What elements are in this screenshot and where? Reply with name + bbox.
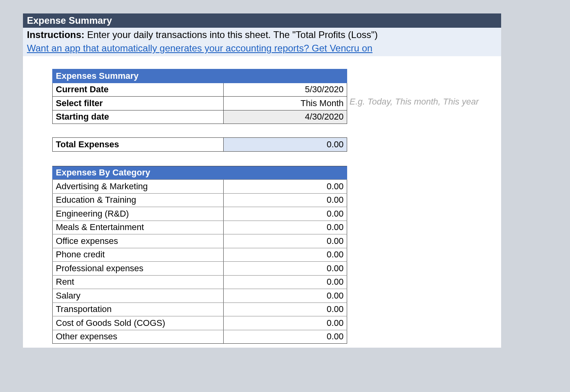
category-label: Transportation: [53, 303, 224, 316]
expenses-summary-header[interactable]: Expenses Summary: [53, 69, 347, 83]
select-filter-value[interactable]: This Month: [224, 97, 347, 110]
category-value[interactable]: 0.00: [224, 275, 347, 289]
category-label: Other expenses: [53, 330, 224, 344]
sheet-title-row[interactable]: Expense Summary: [23, 13, 501, 28]
table-row[interactable]: Phone credit 0.00: [53, 248, 347, 262]
category-label: Education & Training: [53, 193, 224, 207]
category-label: Advertising & Marketing: [53, 180, 224, 194]
category-value[interactable]: 0.00: [224, 330, 347, 344]
category-label: Phone credit: [53, 248, 224, 262]
category-label: Office expenses: [53, 234, 224, 248]
filter-hint: E.g. Today, This month, This year: [347, 97, 479, 107]
filter-hint-column: E.g. Today, This month, This year: [347, 69, 479, 107]
category-value[interactable]: 0.00: [224, 234, 347, 248]
row-guides: [21, 56, 23, 348]
instructions-row[interactable]: Instructions: Enter your daily transacti…: [23, 28, 501, 42]
expenses-by-category-table: Expenses By Category Advertising & Marke…: [52, 166, 347, 344]
category-value[interactable]: 0.00: [224, 180, 347, 194]
instructions-label: Instructions:: [27, 29, 84, 40]
table-row[interactable]: Rent 0.00: [53, 275, 347, 289]
table-row[interactable]: Engineering (R&D) 0.00: [53, 207, 347, 221]
category-label: Engineering (R&D): [53, 207, 224, 221]
category-value[interactable]: 0.00: [224, 248, 347, 262]
expenses-by-category-header[interactable]: Expenses By Category: [53, 166, 347, 180]
category-label: Salary: [53, 289, 224, 303]
category-value[interactable]: 0.00: [224, 303, 347, 316]
starting-date-label: Starting date: [53, 110, 224, 124]
promo-link-row[interactable]: Want an app that automatically generates…: [23, 42, 501, 56]
category-value[interactable]: 0.00: [224, 207, 347, 221]
category-label: Professional expenses: [53, 262, 224, 276]
category-label: Meals & Entertainment: [53, 221, 224, 234]
expenses-summary-table: Expenses Summary Current Date 5/30/2020 …: [52, 69, 347, 124]
category-value[interactable]: 0.00: [224, 289, 347, 303]
table-row[interactable]: Other expenses 0.00: [53, 330, 347, 344]
total-expenses-value[interactable]: 0.00: [224, 138, 347, 152]
table-row[interactable]: Total Expenses 0.00: [53, 138, 347, 152]
table-row[interactable]: Salary 0.00: [53, 289, 347, 303]
promo-link[interactable]: Want an app that automatically generates…: [27, 43, 372, 53]
expenses-summary-title: Expenses Summary: [53, 69, 347, 83]
table-row[interactable]: Education & Training 0.00: [53, 193, 347, 207]
category-value[interactable]: 0.00: [224, 262, 347, 276]
table-row[interactable]: Select filter This Month: [53, 97, 347, 110]
category-value[interactable]: 0.00: [224, 316, 347, 330]
category-label: Cost of Goods Sold (COGS): [53, 316, 224, 330]
current-date-value[interactable]: 5/30/2020: [224, 83, 347, 97]
worksheet: Expense Summary Instructions: Enter your…: [23, 13, 501, 348]
table-row[interactable]: Transportation 0.00: [53, 303, 347, 316]
table-row[interactable]: Current Date 5/30/2020: [53, 83, 347, 97]
current-date-label: Current Date: [53, 83, 224, 97]
table-row[interactable]: Professional expenses 0.00: [53, 262, 347, 276]
category-value[interactable]: 0.00: [224, 221, 347, 234]
expenses-by-category-title: Expenses By Category: [53, 166, 347, 180]
select-filter-label: Select filter: [53, 97, 224, 110]
category-value[interactable]: 0.00: [224, 193, 347, 207]
total-expenses-label: Total Expenses: [53, 138, 224, 152]
category-label: Rent: [53, 275, 224, 289]
sheet-title: Expense Summary: [27, 15, 112, 26]
table-row[interactable]: Advertising & Marketing 0.00: [53, 180, 347, 194]
content-area: Expenses Summary Current Date 5/30/2020 …: [23, 56, 501, 348]
table-row[interactable]: Cost of Goods Sold (COGS) 0.00: [53, 316, 347, 330]
table-row[interactable]: Meals & Entertainment 0.00: [53, 221, 347, 234]
total-expenses-table: Total Expenses 0.00: [52, 137, 347, 152]
instructions-text: Enter your daily transactions into this …: [84, 29, 378, 40]
starting-date-value[interactable]: 4/30/2020: [224, 110, 347, 124]
table-row[interactable]: Starting date 4/30/2020: [53, 110, 347, 124]
table-row[interactable]: Office expenses 0.00: [53, 234, 347, 248]
